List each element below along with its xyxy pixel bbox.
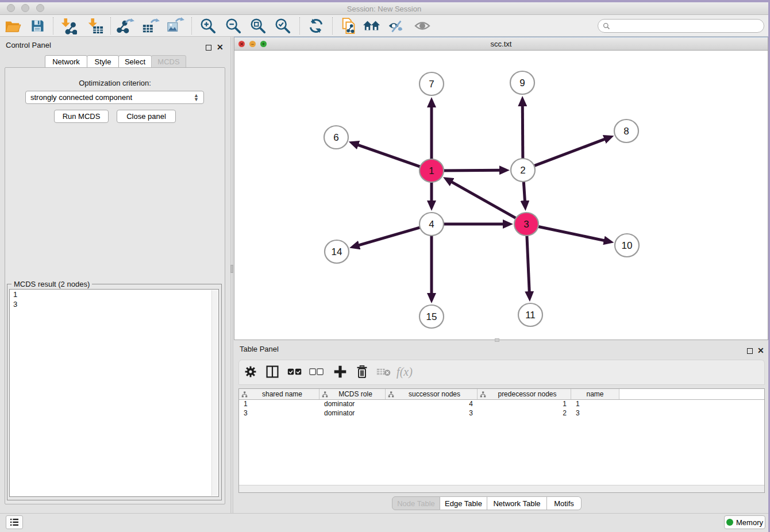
edge-2-9[interactable] [522, 105, 523, 160]
delete-trash-icon[interactable] [353, 362, 371, 381]
add-column-plus-icon[interactable] [331, 362, 349, 381]
table-tabs: Node Table Edge Table Network Table Moti… [392, 496, 582, 510]
export-image-icon[interactable] [165, 17, 186, 35]
show-columns-icon[interactable] [263, 362, 282, 381]
node-4[interactable]: 4 [419, 213, 444, 236]
edge-1-2[interactable] [442, 170, 501, 171]
zoom-out-icon[interactable] [223, 17, 244, 35]
tab-network[interactable]: Network [45, 55, 87, 68]
optimization-criterion-label: Optimization criterion: [5, 79, 225, 87]
node-15[interactable]: 15 [419, 305, 444, 328]
tab-network-table[interactable]: Network Table [487, 496, 547, 510]
cell-shared-name[interactable]: 1 [239, 400, 319, 409]
table-settings-gear-icon[interactable] [241, 362, 260, 381]
edge-1-6[interactable] [357, 145, 422, 168]
column-type-icon [322, 391, 328, 398]
vertical-splitter[interactable] [230, 37, 233, 513]
import-network-icon[interactable] [57, 17, 78, 35]
node-3[interactable]: 3 [514, 213, 538, 236]
table-row[interactable]: 1 dominator 4 1 1 [239, 400, 764, 409]
cell-mcds-role[interactable]: dominator [319, 409, 386, 418]
criterion-select[interactable]: strongly connected component ▲▼ [25, 91, 204, 104]
table-panel-close-icon[interactable]: ✕ [757, 345, 764, 356]
column-type-icon [388, 391, 394, 398]
column-header-name[interactable]: name [571, 389, 619, 399]
node-7[interactable]: 7 [419, 72, 444, 95]
cell-successor-nodes[interactable]: 3 [386, 409, 478, 418]
svg-text:10: 10 [622, 240, 633, 251]
network-canvas[interactable]: 7968124314101511 [234, 51, 768, 339]
cell-successor-nodes[interactable]: 4 [386, 400, 478, 409]
cell-name[interactable]: 1 [571, 400, 619, 409]
toolbar-separator [53, 17, 53, 34]
vertical-splitter-handle[interactable] [230, 265, 233, 273]
tab-motifs[interactable]: Motifs [547, 496, 582, 510]
mcds-result-textarea[interactable]: 1 3 [9, 289, 219, 497]
column-header-predecessor-nodes[interactable]: predecessor nodes [478, 389, 571, 399]
save-session-icon[interactable] [27, 17, 48, 35]
node-8[interactable]: 8 [614, 119, 638, 142]
column-type-icon [480, 391, 486, 398]
first-neighbors-icon[interactable] [361, 17, 382, 35]
column-header-successor-nodes[interactable]: successor nodes [386, 389, 478, 399]
node-9[interactable]: 9 [510, 71, 534, 94]
open-file-icon[interactable] [2, 17, 23, 35]
task-history-button[interactable] [6, 515, 23, 529]
graphics-details-icon[interactable] [385, 17, 406, 35]
cell-predecessor-nodes[interactable]: 1 [478, 400, 571, 409]
control-panel-float-icon[interactable] [206, 43, 211, 53]
zoom-fit-icon[interactable] [248, 17, 268, 35]
node-10[interactable]: 10 [615, 234, 639, 257]
show-hide-graphics-eye-icon[interactable] [412, 17, 433, 35]
cell-name[interactable]: 3 [571, 409, 619, 418]
delete-table-icon[interactable] [375, 362, 393, 381]
svg-text:2: 2 [520, 165, 525, 176]
column-header-shared-name[interactable]: shared name [239, 389, 319, 399]
cell-mcds-role[interactable]: dominator [319, 400, 386, 409]
edge-4-14[interactable] [357, 227, 421, 245]
node-1[interactable]: 1 [419, 159, 444, 182]
tab-edge-table[interactable]: Edge Table [440, 496, 487, 510]
edge-2-8[interactable] [533, 138, 606, 166]
node-6[interactable]: 6 [324, 126, 348, 149]
tab-style[interactable]: Style [87, 55, 119, 68]
edge-2-3[interactable] [523, 180, 525, 202]
select-stepper-icon: ▲▼ [194, 94, 199, 102]
apply-layout-icon[interactable] [306, 17, 326, 35]
function-builder-icon[interactable]: f(x) [395, 362, 414, 381]
tab-node-table[interactable]: Node Table [392, 496, 440, 510]
node-11[interactable]: 11 [518, 303, 542, 326]
zoom-in-icon[interactable] [198, 17, 218, 35]
node-2[interactable]: 2 [511, 159, 535, 182]
import-table-icon[interactable] [84, 17, 105, 35]
edge-3-1[interactable] [451, 182, 517, 219]
node-14[interactable]: 14 [325, 240, 349, 263]
run-mcds-button[interactable]: Run MCDS [54, 110, 109, 123]
tab-mcds[interactable]: MCDS [151, 55, 186, 68]
node-table[interactable]: shared name MCDS role successor nodes pr… [238, 388, 765, 493]
table-horizontal-scrollbar[interactable] [239, 485, 764, 492]
cell-predecessor-nodes[interactable]: 2 [478, 409, 571, 418]
result-scrollbar[interactable] [211, 290, 218, 496]
search-box[interactable] [598, 19, 764, 33]
network-graph-svg[interactable]: 7968124314101511 [234, 51, 768, 339]
tab-select[interactable]: Select [118, 55, 152, 68]
horizontal-splitter-handle[interactable] [495, 338, 499, 342]
control-panel-close-icon[interactable]: ✕ [217, 42, 224, 52]
column-header-mcds-role[interactable]: MCDS role [319, 389, 386, 399]
memory-button[interactable]: Memory [724, 515, 765, 529]
export-table-icon[interactable] [140, 17, 161, 35]
edge-3-10[interactable] [537, 226, 606, 241]
edge-3-11[interactable] [527, 234, 530, 293]
copy-network-icon[interactable] [338, 17, 359, 35]
cell-shared-name[interactable]: 3 [239, 409, 319, 418]
table-row[interactable]: 3 dominator 3 2 3 [239, 409, 764, 418]
svg-text:1: 1 [429, 165, 434, 176]
table-panel-float-icon[interactable] [747, 346, 753, 356]
export-network-icon[interactable] [115, 17, 136, 35]
close-panel-button[interactable]: Close panel [117, 110, 176, 123]
zoom-selected-icon[interactable] [272, 17, 293, 35]
deselect-all-icon[interactable] [307, 362, 326, 381]
select-all-icon[interactable] [286, 362, 304, 381]
search-input[interactable] [613, 22, 764, 30]
